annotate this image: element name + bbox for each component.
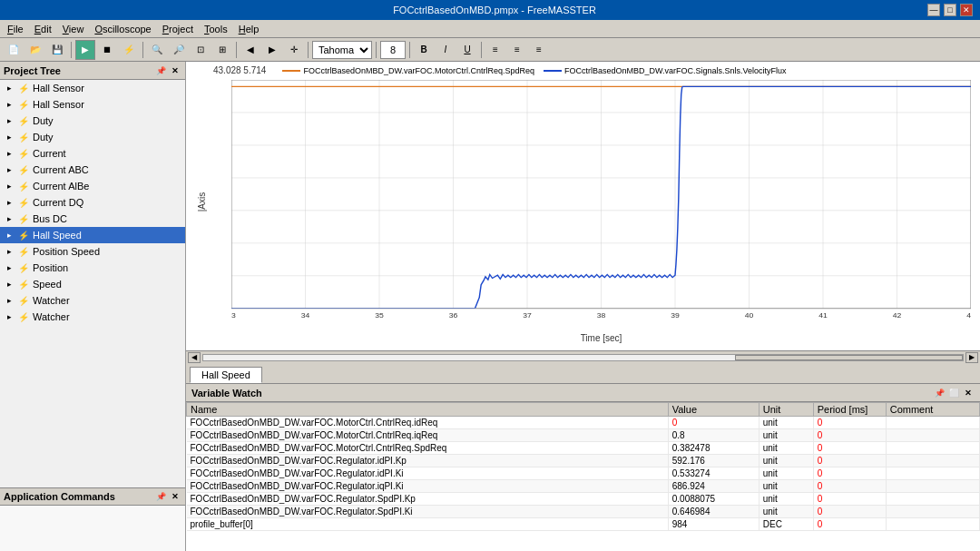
tree-label-6: Current AlBe xyxy=(33,181,89,192)
connect-button[interactable]: ▶ xyxy=(75,40,95,60)
new-button[interactable]: 📄 xyxy=(4,40,24,60)
main-layout: Project Tree 📌 ✕ ▸⚡Hall Sensor▸⚡Hall Sen… xyxy=(0,62,980,551)
app-commands-close-button[interactable]: ✕ xyxy=(169,490,181,503)
scroll-right-button[interactable]: ▶ xyxy=(965,352,978,363)
menu-help[interactable]: Help xyxy=(233,22,265,36)
tree-item-watcher-14[interactable]: ▸⚡Watcher xyxy=(0,309,185,325)
app-commands-controls: 📌 ✕ xyxy=(154,490,181,503)
menu-tools[interactable]: Tools xyxy=(199,22,233,36)
close-button[interactable]: ✕ xyxy=(960,4,973,16)
tree-label-13: Watcher xyxy=(33,295,70,306)
align-center-button[interactable]: ≡ xyxy=(507,40,527,60)
maximize-button[interactable]: □ xyxy=(944,4,956,16)
vw-close-button[interactable]: ✕ xyxy=(962,387,975,399)
align-left-button[interactable]: ≡ xyxy=(485,40,505,60)
pin-button[interactable]: 📌 xyxy=(154,64,167,77)
tree-icon-10: ⚡ xyxy=(18,247,29,257)
table-row[interactable]: profile_buffer[0] 984 DEC 0 xyxy=(187,518,980,531)
prev-button[interactable]: ◀ xyxy=(240,40,260,60)
vw-cell-unit-6: unit xyxy=(759,493,813,506)
run-button[interactable]: ⚡ xyxy=(119,40,139,60)
tree-icon-12: ⚡ xyxy=(18,280,29,290)
content-area: 43.028 5.714 FOCctrlBasedOnMBD_DW.varFOC… xyxy=(186,62,980,551)
chart-tabs: Hall Speed xyxy=(186,363,980,383)
next-button[interactable]: ▶ xyxy=(262,40,282,60)
chart-container[interactable]: 0 50 100 150 200 250 300 350 33 34 35 36… xyxy=(231,80,971,323)
zoom-in-button[interactable]: 🔍 xyxy=(147,40,167,60)
tree-item-hall-speed-9[interactable]: ▸⚡Hall Speed xyxy=(0,227,185,243)
tree-item-duty-3[interactable]: ▸⚡Duty xyxy=(0,129,185,145)
vw-float-button[interactable]: ⬜ xyxy=(947,387,960,399)
table-row[interactable]: FOCctrlBasedOnMBD_DW.varFOC.Regulator.id… xyxy=(187,467,980,480)
tree-expand-6: ▸ xyxy=(7,182,16,191)
tree-item-current-dq-7[interactable]: ▸⚡Current DQ xyxy=(0,194,185,211)
tree-item-current-abc-5[interactable]: ▸⚡Current ABC xyxy=(0,162,185,178)
italic-button[interactable]: I xyxy=(436,40,456,60)
tree-item-position-speed-10[interactable]: ▸⚡Position Speed xyxy=(0,243,185,260)
tree-label-11: Position xyxy=(33,262,68,273)
hall-speed-tab[interactable]: Hall Speed xyxy=(190,367,262,383)
vw-cell-period-6: 0 xyxy=(813,493,886,506)
tree-item-current-albe-6[interactable]: ▸⚡Current AlBe xyxy=(0,178,185,194)
stop-button[interactable]: ⏹ xyxy=(97,40,117,60)
vw-cell-unit-8: DEC xyxy=(759,518,813,531)
vw-cell-period-7: 0 xyxy=(813,506,886,518)
table-row[interactable]: FOCctrlBasedOnMBD_DW.varFOC.Regulator.iq… xyxy=(187,480,980,493)
menu-view[interactable]: View xyxy=(57,22,90,36)
svg-text:34: 34 xyxy=(301,312,310,320)
underline-button[interactable]: U xyxy=(457,40,477,60)
table-row[interactable]: FOCctrlBasedOnMBD_DW.varFOC.Regulator.Sp… xyxy=(187,493,980,506)
font-size-input[interactable] xyxy=(380,41,406,59)
tree-item-watcher-13[interactable]: ▸⚡Watcher xyxy=(0,292,185,309)
zoom-out-button[interactable]: 🔎 xyxy=(169,40,189,60)
minimize-button[interactable]: — xyxy=(927,4,940,16)
chart-svg[interactable]: 0 50 100 150 200 250 300 350 33 34 35 36… xyxy=(231,80,971,323)
menu-file[interactable]: File xyxy=(2,22,29,36)
scroll-left-button[interactable]: ◀ xyxy=(188,352,201,363)
table-row[interactable]: FOCctrlBasedOnMBD_DW.varFOC.Regulator.Sp… xyxy=(187,506,980,518)
font-selector[interactable]: Tahoma xyxy=(312,41,372,59)
vw-cell-period-3: 0 xyxy=(813,455,886,467)
tree-item-hall-sensor-0[interactable]: ▸⚡Hall Sensor xyxy=(0,80,185,96)
tree-expand-7: ▸ xyxy=(7,198,16,207)
vw-cell-value-6: 0.0088075 xyxy=(668,493,759,506)
table-row[interactable]: FOCctrlBasedOnMBD_DW.varFOC.Regulator.id… xyxy=(187,455,980,467)
open-button[interactable]: 📂 xyxy=(25,40,45,60)
vw-controls: 📌 ⬜ ✕ xyxy=(933,387,975,399)
menu-edit[interactable]: Edit xyxy=(29,22,57,36)
tree-item-speed-12[interactable]: ▸⚡Speed xyxy=(0,276,185,292)
grid-button[interactable]: ⊞ xyxy=(212,40,232,60)
tree-item-duty-2[interactable]: ▸⚡Duty xyxy=(0,113,185,129)
bold-button[interactable]: B xyxy=(414,40,434,60)
titlebar: FOCctrlBasedOnMBD.pmpx - FreeMASSTER — □… xyxy=(0,0,980,20)
align-right-button[interactable]: ≡ xyxy=(529,40,549,60)
scroll-track[interactable] xyxy=(202,354,964,361)
scroll-thumb[interactable] xyxy=(735,355,963,360)
table-row[interactable]: FOCctrlBasedOnMBD_DW.varFOC.MotorCtrl.Cn… xyxy=(187,417,980,429)
tree-label-0: Hall Sensor xyxy=(33,83,84,93)
close-panel-button[interactable]: ✕ xyxy=(169,64,181,77)
tree-expand-8: ▸ xyxy=(7,214,16,223)
tree-item-position-11[interactable]: ▸⚡Position xyxy=(0,260,185,276)
legend-label-2: FOCctrlBasedOnMBD_DW.varFOC.Signals.Snls… xyxy=(564,66,787,75)
tree-label-5: Current ABC xyxy=(33,164,89,175)
vw-cell-comment-8 xyxy=(886,518,979,531)
titlebar-controls: — □ ✕ xyxy=(927,4,973,16)
menu-oscilloscope[interactable]: Oscilloscope xyxy=(89,22,156,36)
tree-item-bus-dc-8[interactable]: ▸⚡Bus DC xyxy=(0,211,185,227)
table-row[interactable]: FOCctrlBasedOnMBD_DW.varFOC.MotorCtrl.Cn… xyxy=(187,429,980,442)
tree-expand-2: ▸ xyxy=(7,116,16,125)
tree-item-hall-sensor-1[interactable]: ▸⚡Hall Sensor xyxy=(0,96,185,113)
tree-expand-0: ▸ xyxy=(7,84,16,93)
col-value: Value xyxy=(668,403,759,417)
app-commands-label: Application Commands xyxy=(4,491,115,502)
vw-pin-button[interactable]: 📌 xyxy=(933,387,946,399)
table-row[interactable]: FOCctrlBasedOnMBD_DW.varFOC.MotorCtrl.Cn… xyxy=(187,442,980,455)
tree-item-current-4[interactable]: ▸⚡Current xyxy=(0,145,185,162)
menu-project[interactable]: Project xyxy=(157,22,199,36)
save-button[interactable]: 💾 xyxy=(47,40,67,60)
fit-button[interactable]: ⊡ xyxy=(191,40,211,60)
cursor-button[interactable]: ✛ xyxy=(284,40,304,60)
tree-icon-7: ⚡ xyxy=(18,198,29,208)
app-commands-pin-button[interactable]: 📌 xyxy=(154,490,167,503)
